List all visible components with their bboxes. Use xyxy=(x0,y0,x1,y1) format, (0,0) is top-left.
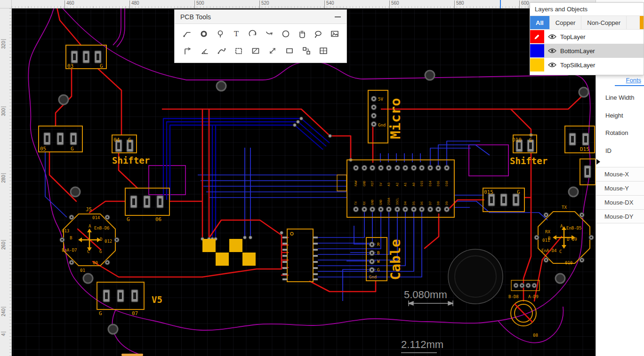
ref-label[interactable]: 06 xyxy=(155,216,161,222)
tool-group-icon[interactable] xyxy=(299,44,314,58)
ref-label[interactable]: D15 xyxy=(580,146,589,152)
fonts-underline xyxy=(615,85,644,86)
svg-text:3SCL: 3SCL xyxy=(395,198,399,205)
ref-label[interactable]: G xyxy=(100,63,103,69)
horizontal-scrollbar-thumb[interactable] xyxy=(121,354,143,356)
layer-color-swatch[interactable] xyxy=(530,44,544,57)
tool-via-icon[interactable] xyxy=(213,27,227,41)
ref-label[interactable]: 04 xyxy=(113,137,120,143)
svg-text:TX: TX xyxy=(354,201,358,205)
ruler-tick: 500 xyxy=(194,0,204,8)
layer-name: BottomLayer xyxy=(560,47,595,55)
ref-label[interactable]: J5 xyxy=(86,206,92,213)
fonts-link[interactable]: Fonts xyxy=(626,77,641,84)
tool-track-icon[interactable] xyxy=(180,27,195,41)
svg-text:A1: A1 xyxy=(403,182,407,186)
tab-copper[interactable]: Copper xyxy=(550,16,582,29)
pencil-icon xyxy=(534,33,540,40)
layers-tabs: All Copper Non-Copper xyxy=(530,16,644,30)
svg-text:GND: GND xyxy=(370,199,374,205)
ref-label[interactable]: 03 xyxy=(67,63,73,69)
field-line-width[interactable]: Line Width xyxy=(605,94,634,101)
tool-arc-icon[interactable] xyxy=(246,27,260,41)
ref-label[interactable]: D10 xyxy=(512,137,522,143)
pin-label: 5V xyxy=(378,97,383,102)
eye-icon[interactable] xyxy=(548,62,556,68)
tool-image-icon[interactable] xyxy=(327,27,342,41)
pin-label: EnA-D7 xyxy=(62,248,77,253)
layer-row-bottomlayer[interactable]: BottomLayer xyxy=(530,44,644,58)
dimension-label[interactable]: 5.080mm xyxy=(404,289,447,301)
dimension-label[interactable]: 2.112mm xyxy=(401,339,443,350)
layer-row-toplayer[interactable]: TopLayer xyxy=(530,30,644,44)
shifter-left-label[interactable]: Shifter xyxy=(112,155,150,166)
row-mouse-y[interactable]: Mouse-Y xyxy=(596,181,644,195)
tab-all[interactable]: All xyxy=(530,16,550,29)
eye-icon[interactable] xyxy=(548,48,556,54)
layer-row-topsilklayer[interactable]: TopSilkLayer xyxy=(530,58,644,72)
ref-label[interactable]: G xyxy=(127,216,130,222)
tab-non-copper[interactable]: Non-Copper xyxy=(581,16,627,29)
field-height[interactable]: Height xyxy=(605,112,623,119)
row-mouse-x[interactable]: Mouse-X xyxy=(596,167,644,181)
ref-label[interactable]: G xyxy=(99,310,102,316)
pin-label: RX xyxy=(545,229,550,234)
tool-spline-icon[interactable] xyxy=(214,44,229,58)
tab-partial[interactable] xyxy=(640,16,644,29)
layer-color-swatch[interactable] xyxy=(530,30,544,43)
panel-collapse-arrow-icon[interactable] xyxy=(596,159,600,165)
ref-label[interactable]: 07 xyxy=(132,310,138,316)
svg-text:D9: D9 xyxy=(445,201,449,205)
ruler-tick: 540 xyxy=(324,0,334,8)
tool-angle-dimension-icon[interactable] xyxy=(197,44,212,58)
eye-icon[interactable] xyxy=(548,34,556,40)
ruler-tick: 600 xyxy=(519,0,529,8)
field-id[interactable]: ID xyxy=(605,147,612,154)
wire-label: W xyxy=(377,259,380,264)
cable-label[interactable]: Cable xyxy=(387,239,403,280)
ref-label[interactable]: 015 xyxy=(484,189,493,195)
tool-lasso-icon[interactable] xyxy=(311,27,326,41)
pin-label: 08 xyxy=(533,333,538,338)
pin-label: 01 xyxy=(80,268,85,273)
tool-pan-icon[interactable] xyxy=(295,27,309,41)
svg-text:RAW: RAW xyxy=(354,181,358,186)
svg-text:D6: D6 xyxy=(420,201,424,205)
ref-label[interactable]: G xyxy=(71,146,74,152)
tool-rect-icon[interactable] xyxy=(282,44,297,58)
tool-panelize-icon[interactable] xyxy=(316,44,331,58)
svg-text:5V: 5V xyxy=(379,182,383,186)
wire-label: B xyxy=(377,251,379,255)
micro-label[interactable]: Micro xyxy=(387,98,403,139)
v5-label[interactable]: V5 xyxy=(152,294,162,305)
pcb-tools-panel: PCB Tools T xyxy=(174,9,347,63)
svg-text:A2: A2 xyxy=(395,182,399,186)
ref-label[interactable]: G xyxy=(128,137,131,143)
tool-circle-icon[interactable] xyxy=(278,27,293,41)
field-rotation[interactable]: Rotation xyxy=(605,129,628,136)
tool-arc-center-icon[interactable] xyxy=(262,27,277,41)
svg-text:D8: D8 xyxy=(436,201,440,205)
tool-pad-icon[interactable] xyxy=(197,27,211,41)
shifter-right-label[interactable]: Shifter xyxy=(510,156,547,166)
tool-text-icon[interactable]: T xyxy=(229,27,244,41)
row-mouse-dy[interactable]: Mouse-DY xyxy=(596,209,644,223)
pin-label: D 09 xyxy=(567,237,577,242)
layer-color-swatch[interactable] xyxy=(530,58,544,71)
pcb-editor-window: 460 480 500 520 540 560 580 600 320 300 … xyxy=(0,0,644,356)
row-mouse-dx[interactable]: Mouse-DX xyxy=(596,195,644,209)
ruler-cursor-marker xyxy=(500,0,501,8)
ref-label[interactable]: 05 xyxy=(40,146,46,152)
tool-measure-icon[interactable] xyxy=(265,44,280,58)
tool-corner-icon[interactable] xyxy=(180,44,195,58)
tool-copper-area-icon[interactable] xyxy=(248,44,263,58)
ref-label[interactable]: G xyxy=(529,137,532,143)
pin-label: C xyxy=(87,249,89,254)
ref-label[interactable]: G xyxy=(517,189,520,195)
tool-select-area-icon[interactable] xyxy=(231,44,246,58)
pin-label: C xyxy=(559,249,562,254)
ruler-tick: 560 xyxy=(389,0,399,8)
speaker-footprint[interactable] xyxy=(448,249,503,304)
svg-text:D10: D10 xyxy=(445,181,449,186)
minimize-icon[interactable] xyxy=(335,16,341,17)
